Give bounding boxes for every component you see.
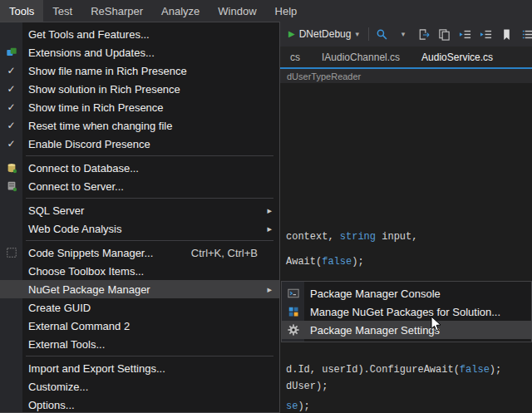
menu-item-label: Connect to Server... (22, 180, 124, 193)
tab-label: IAudioChannel.cs (322, 52, 400, 63)
menu-item-label: Web Code Analysis (22, 223, 122, 235)
tab-label: AudioService.cs (421, 52, 493, 63)
menu-item-label: Options... (22, 399, 75, 411)
menu-item-import-and-export-settings[interactable]: Import and Export Settings... (0, 359, 279, 377)
indent-icon[interactable] (477, 25, 495, 43)
menu-item-choose-toolbox-items[interactable]: Choose Toolbox Items... (0, 262, 279, 280)
menu-item-create-guid[interactable]: Create GUID (0, 298, 279, 317)
menu-item-connect-to-server[interactable]: Connect to Server... (0, 177, 279, 195)
bookmark-icon[interactable] (498, 25, 516, 43)
menu-item-shortcut: Ctrl+K, Ctrl+B (191, 247, 279, 259)
code-text: input, (376, 231, 417, 243)
code-text: se (286, 401, 298, 412)
menu-item-label: Extensions and Updates... (22, 47, 155, 59)
tab-iaudiochannel-cs[interactable]: IAudioChannel.cs (311, 47, 411, 67)
menu-item-label: Reset time when changing file (22, 120, 172, 132)
menubar-item-help[interactable]: Help (266, 0, 307, 22)
toolbar-separator (368, 27, 369, 41)
code-line: dUser); (286, 381, 328, 393)
check-icon: ✓ (0, 120, 22, 130)
tab-label: cs (290, 52, 300, 63)
task-list-icon[interactable] (519, 25, 532, 43)
menu-item-code-snippets-manager[interactable]: Code Snippets Manager...Ctrl+K, Ctrl+B (0, 243, 279, 262)
outdent-icon[interactable] (456, 25, 475, 43)
menu-item-external-tools[interactable]: External Tools... (0, 335, 279, 353)
nuget-package-manager-submenu: Package Manager ConsoleManage NuGet Pack… (281, 281, 532, 342)
menu-item-show-solution-in-rich-presence[interactable]: ✓Show solution in Rich Presence (0, 80, 279, 98)
menu-separator (26, 356, 273, 356)
check-icon: ✓ (0, 84, 22, 94)
menu-item-label: Import and Export Settings... (22, 362, 165, 375)
database-icon (0, 162, 22, 174)
code-text: Await( (286, 256, 322, 268)
menu-item-label: Get Tools and Features... (22, 28, 150, 41)
copy-icon[interactable] (436, 25, 454, 43)
play-icon: ▶ (288, 30, 295, 38)
start-debug-button[interactable]: ▶ DNetDebug ▾ (283, 27, 364, 42)
check-icon: ✓ (0, 66, 22, 76)
menu-item-nuget-package-manager[interactable]: NuGet Package Manager▸ (0, 280, 279, 298)
menu-item-customize[interactable]: Customize... (0, 377, 279, 396)
menubar-item-window[interactable]: Window (209, 0, 265, 22)
menu-item-label: SQL Server (22, 204, 84, 217)
menu-item-extensions-and-updates[interactable]: Extensions and Updates... (0, 43, 279, 61)
menubar-item-test[interactable]: Test (43, 0, 81, 22)
submenu-arrow-icon: ▸ (267, 224, 272, 234)
submenu-item-package-manager-settings[interactable]: Package Manager Settings (282, 321, 531, 339)
check-icon: ✓ (0, 139, 22, 149)
debug-target-label: DNetDebug (299, 28, 352, 40)
menu-item-show-time-in-rich-presence[interactable]: ✓Show time in Rich Presence (0, 98, 279, 116)
breadcrumb-type-label: dUserTypeReader (287, 71, 361, 81)
menu-item-get-tools-and-features[interactable]: Get Tools and Features... (0, 25, 279, 43)
menu-item-label: External Tools... (22, 338, 105, 351)
menu-item-label: External Command 2 (22, 320, 130, 332)
code-line: context, string input, (286, 231, 417, 243)
submenu-item-package-manager-console[interactable]: Package Manager Console (282, 284, 531, 302)
menu-item-label: Create GUID (22, 302, 91, 314)
submenu-arrow-icon: ▸ (267, 206, 272, 215)
code-text: ); (352, 256, 363, 268)
menu-item-web-code-analysis[interactable]: Web Code Analysis▸ (0, 219, 279, 238)
menu-item-label: Enable Discord Presence (22, 138, 150, 150)
console-icon (282, 288, 304, 299)
submenu-arrow-icon: ▸ (267, 285, 272, 294)
code-line: d.Id, userId).ConfigureAwait(false); (286, 364, 501, 376)
menu-item-enable-discord-presence[interactable]: ✓Enable Discord Presence (0, 135, 279, 153)
menu-item-reset-time-when-changing-file[interactable]: ✓Reset time when changing file (0, 116, 279, 135)
menu-item-show-file-name-in-rich-presence[interactable]: ✓Show file name in Rich Presence (0, 61, 279, 80)
menu-item-connect-to-database[interactable]: Connect to Database... (0, 159, 279, 177)
search-icon[interactable] (373, 25, 392, 43)
menu-item-sql-server[interactable]: SQL Server▸ (0, 201, 279, 219)
menu-item-label: Connect to Database... (22, 162, 139, 175)
tab-audioservice-cs[interactable]: AudioService.cs (411, 47, 504, 67)
chevron-down-icon[interactable]: ▾ (394, 25, 412, 43)
code-text: false (460, 364, 490, 376)
menu-item-label: NuGet Package Manager (22, 283, 150, 296)
export-icon[interactable] (415, 25, 433, 43)
menu-item-options[interactable]: Options... (0, 396, 279, 413)
menubar-item-analyze[interactable]: Analyze (152, 0, 209, 22)
code-text: ); (298, 401, 309, 412)
menu-item-label: Package Manager Console (304, 288, 441, 300)
menu-item-label: Customize... (22, 381, 88, 393)
code-line: Await(false); (286, 256, 364, 268)
tools-menu: Get Tools and Features...Extensions and … (0, 22, 280, 413)
menu-item-label: Package Manager Settings (304, 324, 440, 337)
vs-window: ToolsTestReSharperAnalyzeWindowHelp ▶ DN… (0, 0, 532, 413)
menu-item-external-command-2[interactable]: External Command 2 (0, 317, 279, 335)
code-text: ); (490, 364, 501, 376)
submenu-item-manage-nuget-packages-for-solution[interactable]: Manage NuGet Packages for Solution... (282, 302, 531, 321)
tab-cs[interactable]: cs (279, 47, 311, 67)
extensions-icon (0, 47, 22, 58)
menubar-item-resharper[interactable]: ReSharper (81, 0, 152, 22)
menu-item-label: Show time in Rich Presence (22, 101, 164, 114)
menubar-item-tools[interactable]: Tools (0, 0, 43, 22)
code-text: context, (286, 231, 340, 243)
code-text: string (340, 231, 376, 243)
code-text: dUser); (286, 381, 328, 392)
menu-item-label: Show solution in Rich Presence (22, 83, 180, 96)
menu-item-label: Show file name in Rich Presence (22, 65, 187, 77)
code-text: false (322, 256, 352, 268)
chevron-down-icon: ▾ (355, 31, 359, 38)
gear-icon (282, 324, 304, 336)
